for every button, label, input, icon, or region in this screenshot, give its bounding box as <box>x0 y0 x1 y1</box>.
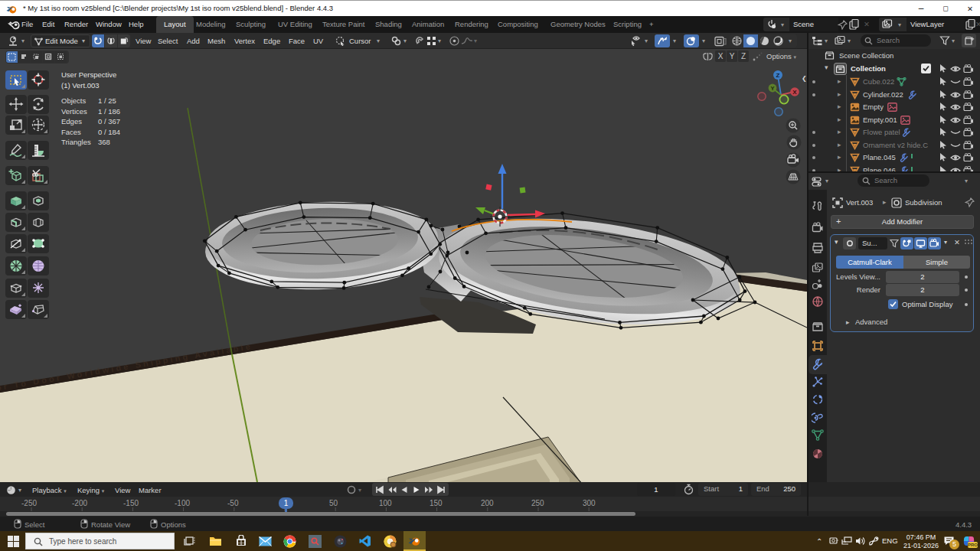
svg-text:Y: Y <box>770 85 774 92</box>
svg-text:❮: ❮ <box>802 75 807 82</box>
svg-text:X: X <box>792 89 797 96</box>
svg-text:Z: Z <box>776 72 780 79</box>
